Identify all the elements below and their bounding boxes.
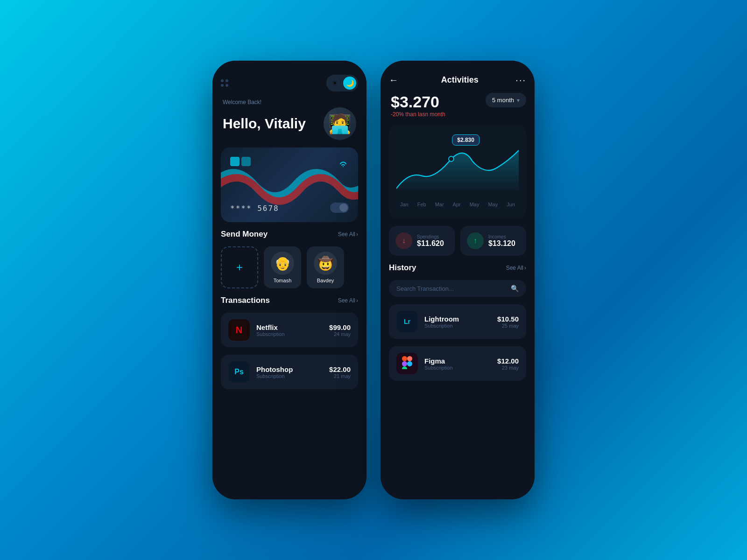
transaction-info: Netflix Subscription bbox=[256, 323, 323, 337]
theme-toggle[interactable]: ☀ 🌙 bbox=[326, 75, 358, 91]
stat-label: Spendings bbox=[417, 234, 444, 239]
dot bbox=[221, 79, 224, 82]
transaction-sub: Subscription bbox=[256, 373, 323, 379]
send-money-see-all[interactable]: See All › bbox=[338, 231, 358, 238]
chart-labels: Jan Feb Mar Apr May May Jun bbox=[396, 200, 519, 207]
transaction-sub: Subscription bbox=[256, 331, 323, 337]
send-money-header: Send Money See All › bbox=[221, 230, 358, 239]
stat-info: Incomes $13.120 bbox=[488, 234, 515, 248]
page-title: Activities bbox=[441, 75, 479, 85]
contact-name: Bavdey bbox=[317, 278, 334, 283]
transaction-amount: $10.50 25 may bbox=[497, 315, 519, 329]
down-arrow-icon: ↓ bbox=[395, 232, 412, 249]
amount-date: 21 may bbox=[329, 373, 351, 379]
plus-icon: + bbox=[236, 261, 243, 274]
chart-label-jun: Jun bbox=[507, 202, 515, 207]
more-button[interactable]: ··· bbox=[515, 75, 526, 85]
chart-label-may2: May bbox=[488, 202, 498, 207]
chart-tooltip: $2.830 bbox=[452, 134, 479, 146]
send-money-title: Send Money bbox=[221, 230, 268, 239]
transactions-header: Transactions See All › bbox=[221, 296, 358, 305]
chart-label-apr: Apr bbox=[453, 202, 461, 207]
contact-name: Tomash bbox=[274, 278, 292, 283]
search-placeholder: Search Transaction... bbox=[396, 285, 507, 292]
amount-date: 24 may bbox=[329, 331, 351, 337]
stat-info: Spendings $11.620 bbox=[417, 234, 444, 248]
incomes-card: ↑ Incomes $13.120 bbox=[460, 226, 526, 256]
transaction-name: Photoshop bbox=[256, 365, 323, 373]
svg-rect-3 bbox=[407, 356, 412, 361]
contact-tomash[interactable]: 👴 Tomash bbox=[264, 246, 301, 288]
transaction-name: Netflix bbox=[256, 323, 323, 331]
welcome-text: Welcome Back! bbox=[223, 99, 356, 105]
card-toggle[interactable] bbox=[330, 203, 349, 213]
add-person-button[interactable]: + bbox=[221, 246, 258, 288]
chart-label-mar: Mar bbox=[435, 202, 444, 207]
history-see-all[interactable]: See All › bbox=[506, 265, 526, 271]
greeting-section: Welcome Back! Hello, Vitaliy 🧑‍💻 bbox=[221, 99, 358, 140]
phone-2: ← Activities ··· $3.270 -20% than lasn m… bbox=[381, 61, 535, 499]
period-selector[interactable]: 5 month ▾ bbox=[486, 93, 526, 107]
dot bbox=[221, 84, 224, 87]
period-label: 5 month bbox=[492, 97, 514, 104]
balance-amount: $3.270 bbox=[391, 93, 445, 111]
credit-card: **** 5678 bbox=[221, 147, 358, 222]
card-number: **** 5678 bbox=[230, 204, 279, 213]
photoshop-icon: Ps bbox=[228, 361, 250, 383]
stat-label: Incomes bbox=[488, 234, 515, 239]
history-title: History bbox=[389, 263, 416, 273]
back-button[interactable]: ← bbox=[389, 75, 404, 85]
amount-value: $22.00 bbox=[329, 365, 351, 373]
dots-grid bbox=[221, 79, 228, 87]
sun-button[interactable]: ☀ bbox=[328, 77, 341, 90]
transaction-amount: $12.00 23 may bbox=[497, 357, 519, 371]
contact-bavdey[interactable]: 🤠 Bavdey bbox=[307, 246, 344, 288]
card-toggle-circle bbox=[339, 203, 348, 212]
lightroom-icon: Lr bbox=[396, 311, 418, 332]
search-icon: 🔍 bbox=[511, 285, 519, 292]
card-square-2 bbox=[241, 157, 251, 166]
transaction-amount: $99.00 24 may bbox=[329, 323, 351, 337]
stat-value: $11.620 bbox=[417, 239, 444, 248]
svg-rect-4 bbox=[402, 361, 407, 366]
transaction-photoshop[interactable]: Ps Photoshop Subscription $22.00 21 may bbox=[221, 355, 358, 389]
history-figma[interactable]: Figma Subscription $12.00 23 may bbox=[389, 346, 526, 381]
card-square-1 bbox=[230, 157, 240, 166]
svg-rect-2 bbox=[402, 356, 407, 361]
history-header: History See All › bbox=[389, 263, 526, 273]
transaction-info: Lightroom Subscription bbox=[424, 315, 491, 329]
contact-avatar: 🤠 bbox=[314, 252, 337, 275]
stat-value: $13.120 bbox=[488, 239, 515, 248]
svg-point-6 bbox=[407, 361, 412, 366]
transaction-netflix[interactable]: N Netflix Subscription $99.00 24 may bbox=[221, 313, 358, 347]
amount-date: 25 may bbox=[497, 323, 519, 329]
transactions-title: Transactions bbox=[221, 296, 270, 305]
moon-button[interactable]: 🌙 bbox=[343, 77, 356, 90]
phones-container: ☀ 🌙 Welcome Back! Hello, Vitaliy 🧑‍💻 bbox=[212, 61, 535, 499]
transaction-info: Figma Subscription bbox=[424, 357, 491, 371]
hello-text: Hello, Vitaliy 🧑‍💻 bbox=[223, 107, 356, 140]
transaction-name: Figma bbox=[424, 357, 491, 365]
transaction-sub: Subscription bbox=[424, 323, 491, 329]
phone2-header: ← Activities ··· bbox=[389, 70, 526, 85]
search-bar[interactable]: Search Transaction... 🔍 bbox=[389, 280, 526, 297]
phone-1: ☀ 🌙 Welcome Back! Hello, Vitaliy 🧑‍💻 bbox=[212, 61, 366, 499]
amount-value: $12.00 bbox=[497, 357, 519, 365]
history-lightroom[interactable]: Lr Lightroom Subscription $10.50 25 may bbox=[389, 304, 526, 339]
contact-avatar: 👴 bbox=[271, 252, 294, 275]
amount-date: 23 may bbox=[497, 365, 519, 371]
figma-icon bbox=[396, 353, 418, 374]
transaction-name: Lightroom bbox=[424, 315, 491, 323]
transactions-see-all[interactable]: See All › bbox=[338, 297, 358, 304]
balance-header-row: $3.270 -20% than lasn month 5 month ▾ bbox=[389, 93, 526, 118]
svg-point-1 bbox=[449, 156, 454, 161]
amount-value: $10.50 bbox=[497, 315, 519, 323]
chart-label-feb: Feb bbox=[417, 202, 426, 207]
transaction-sub: Subscription bbox=[424, 365, 491, 371]
balance-section: $3.270 -20% than lasn month bbox=[389, 93, 447, 118]
dot bbox=[226, 79, 228, 82]
chart-label-may1: May bbox=[470, 202, 479, 207]
chart-label-jan: Jan bbox=[400, 202, 409, 207]
user-avatar: 🧑‍💻 bbox=[324, 107, 356, 140]
amount-value: $99.00 bbox=[329, 323, 351, 331]
